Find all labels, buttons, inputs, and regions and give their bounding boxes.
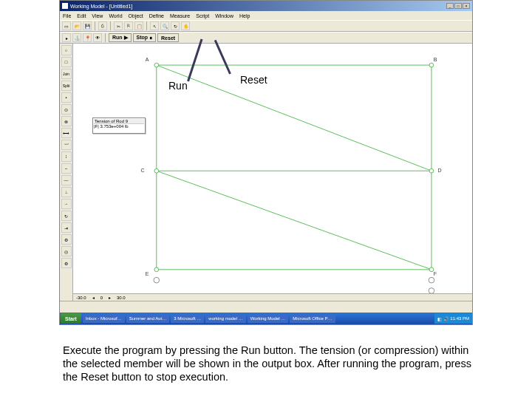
system-tray[interactable]: ◧🔊 11:43 PM bbox=[434, 313, 472, 324]
callout-run: Run bbox=[168, 80, 188, 92]
svg-point-7 bbox=[154, 63, 159, 67]
actuator-tool-icon[interactable]: ⇥ bbox=[61, 222, 72, 233]
svg-point-10 bbox=[429, 168, 434, 173]
open-icon[interactable]: 📂 bbox=[72, 21, 81, 30]
toolbar-sim: ▸ ⚓ 📍 👁 Run ▶ Stop ∎ Reset bbox=[60, 32, 472, 44]
clock: 11:43 PM bbox=[450, 316, 469, 321]
node-label-a: A bbox=[146, 57, 149, 62]
app-icon bbox=[62, 3, 68, 9]
titlebar: Working Model - [Untitled1] _ □ × bbox=[60, 1, 472, 11]
svg-point-9 bbox=[154, 168, 159, 173]
ruler: -30.0 ◂ 0 ▸ 30.0 bbox=[73, 293, 472, 301]
windows-taskbar: Start Inbox - Microsof… Summer and Aut… … bbox=[60, 313, 472, 324]
pulley-tool-icon[interactable]: ◎ bbox=[61, 246, 72, 256]
torque-tool-icon[interactable]: ↻ bbox=[61, 211, 72, 221]
task-item[interactable]: Working Model … bbox=[248, 314, 289, 323]
force-tool-icon[interactable]: → bbox=[61, 199, 72, 209]
copy-icon[interactable]: ⎘ bbox=[124, 21, 133, 30]
canvas[interactable]: A B C D E F Tension of Rod 9 |F| 3.753e+… bbox=[73, 44, 472, 313]
damper-tool-icon[interactable]: ⫶ bbox=[61, 151, 72, 162]
menubar: File Edit View World Object Define Measu… bbox=[60, 11, 472, 20]
status-bar bbox=[60, 301, 472, 313]
menu-view[interactable]: View bbox=[92, 13, 103, 18]
arrow-icon[interactable]: ↖ bbox=[150, 21, 159, 30]
menu-file[interactable]: File bbox=[63, 13, 71, 18]
truss-diagram bbox=[88, 51, 465, 298]
rotate-icon[interactable]: ↻ bbox=[171, 21, 180, 30]
circle-tool-icon[interactable]: ○ bbox=[61, 45, 72, 55]
start-button[interactable]: Start bbox=[61, 313, 81, 324]
ruler-neg: -30.0 bbox=[76, 296, 86, 300]
paste-icon[interactable]: 📋 bbox=[134, 21, 143, 30]
eye-icon[interactable]: 👁 bbox=[93, 33, 102, 42]
task-item[interactable]: Microsoft Office P… bbox=[290, 314, 335, 323]
pin-icon[interactable]: 📍 bbox=[83, 33, 92, 42]
cut-icon[interactable]: ✂ bbox=[114, 21, 123, 30]
node-label-e: E bbox=[146, 271, 149, 276]
node-label-d: D bbox=[437, 168, 441, 173]
hand-icon[interactable]: ✋ bbox=[181, 21, 190, 30]
spring-tool-icon[interactable]: 〰 bbox=[61, 140, 72, 150]
maximize-button[interactable]: □ bbox=[454, 3, 462, 9]
zoom-icon[interactable]: 🔍 bbox=[160, 21, 169, 30]
stop-button[interactable]: Stop ∎ bbox=[133, 33, 157, 42]
svg-point-11 bbox=[154, 267, 159, 272]
app-window: Working Model - [Untitled1] _ □ × File E… bbox=[59, 0, 473, 325]
point-tool-icon[interactable]: • bbox=[61, 92, 72, 103]
square-tool-icon[interactable]: □ bbox=[61, 57, 72, 67]
new-icon[interactable]: ▭ bbox=[62, 21, 71, 30]
task-item[interactable]: working model … bbox=[205, 314, 245, 323]
menu-world[interactable]: World bbox=[109, 13, 122, 18]
run-button[interactable]: Run ▶ bbox=[109, 33, 132, 42]
anchor-icon[interactable]: ⚓ bbox=[72, 33, 81, 42]
node-label-b: B bbox=[434, 57, 437, 62]
window-title: Working Model - [Untitled1] bbox=[70, 4, 446, 9]
output-value: |F| 3.753e+004 lb bbox=[94, 124, 144, 129]
tool-palette: ○ □ Join Split • ⊙ ⊗ ⟷ 〰 ⫶ ~ — ⟂ → ↻ ⇥ ⚙… bbox=[60, 44, 73, 313]
menu-help[interactable]: Help bbox=[239, 13, 250, 18]
output-title: Tension of Rod 9 bbox=[94, 119, 144, 124]
ruler-zero: 0 bbox=[100, 296, 103, 300]
join-tool-icon[interactable]: Join bbox=[61, 69, 72, 79]
node-label-c: C bbox=[140, 168, 144, 173]
menu-edit[interactable]: Edit bbox=[77, 13, 86, 18]
menu-object[interactable]: Object bbox=[129, 13, 143, 18]
menu-window[interactable]: Window bbox=[215, 13, 233, 18]
callout-reset: Reset bbox=[240, 74, 267, 86]
separator-tool-icon[interactable]: ⟂ bbox=[61, 187, 72, 197]
svg-line-5 bbox=[157, 65, 432, 171]
slot-tool-icon[interactable]: ⟷ bbox=[61, 128, 72, 138]
print-icon[interactable]: ⎙ bbox=[98, 21, 107, 30]
save-icon[interactable]: 💾 bbox=[83, 21, 92, 30]
menu-define[interactable]: Define bbox=[149, 13, 164, 18]
task-item[interactable]: 3 Microsoft … bbox=[171, 314, 204, 323]
toolbar-main: ▭ 📂 💾 ⎙ ✂ ⎘ 📋 ↖ 🔍 ↻ ✋ bbox=[60, 20, 472, 32]
menu-measure[interactable]: Measure bbox=[170, 13, 190, 18]
caption-text: Execute the program by pressing the Run … bbox=[63, 344, 484, 383]
rope-tool-icon[interactable]: ~ bbox=[61, 163, 72, 174]
motor-tool-icon[interactable]: ⚙ bbox=[61, 234, 72, 245]
anchor-tool-icon[interactable]: ⊗ bbox=[61, 116, 72, 126]
svg-point-14 bbox=[429, 277, 434, 283]
rod-tool-icon[interactable]: — bbox=[61, 175, 72, 185]
node-label-f: F bbox=[434, 271, 437, 276]
output-box[interactable]: Tension of Rod 9 |F| 3.753e+004 lb bbox=[92, 117, 146, 134]
ruler-pos: 30.0 bbox=[117, 296, 126, 300]
close-button[interactable]: × bbox=[463, 3, 470, 9]
pin-tool-icon[interactable]: ⊙ bbox=[61, 104, 72, 115]
split-tool-icon[interactable]: Split bbox=[61, 81, 72, 91]
svg-point-8 bbox=[429, 63, 434, 67]
reset-button[interactable]: Reset bbox=[157, 33, 179, 42]
pointer-icon[interactable]: ▸ bbox=[62, 33, 71, 42]
menu-script[interactable]: Script bbox=[196, 13, 209, 18]
svg-line-6 bbox=[157, 171, 432, 270]
task-item[interactable]: Inbox - Microsof… bbox=[83, 314, 125, 323]
minimize-button[interactable]: _ bbox=[446, 3, 454, 9]
gear-tool-icon[interactable]: ⚙ bbox=[61, 258, 72, 268]
svg-point-13 bbox=[154, 277, 160, 283]
task-item[interactable]: Summer and Aut… bbox=[126, 314, 170, 323]
